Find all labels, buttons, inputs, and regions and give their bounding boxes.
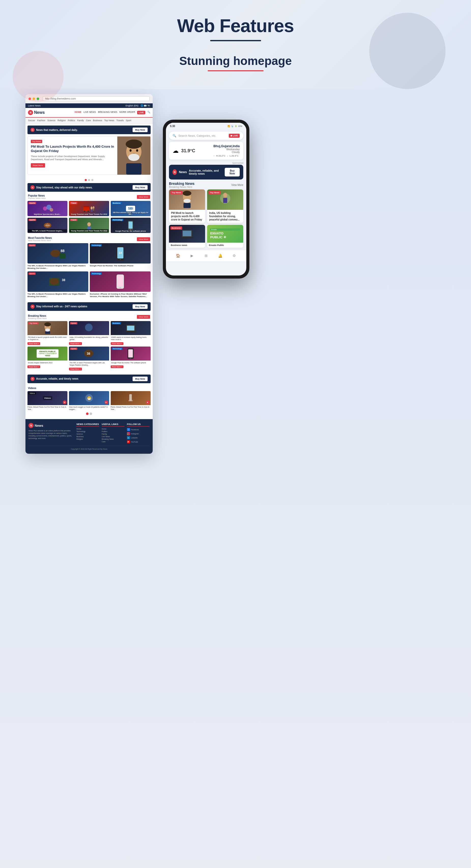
fav-card-3[interactable]: Sports 38 The NFL Is Back! Preseason Beg… [28,272,88,298]
popular-card-6-img: Technology Google Pixel 6a: the software… [111,218,150,233]
video-thumb-2[interactable]: 😷 ▶ How much oxygen a Covid-19 patients … [69,391,109,410]
nav-live-badge[interactable]: LIVE [137,111,145,114]
hero-read-more-btn[interactable]: Read More [31,163,45,167]
footer-link-family[interactable]: Family [102,433,125,435]
cat-travels[interactable]: Travels [116,119,124,122]
phone-nav-home[interactable]: 🏠 [175,253,181,259]
footer-link-care[interactable]: Care [102,441,125,442]
vpag-dot-1[interactable] [86,412,89,415]
footer-cat-business[interactable]: Business [76,436,99,437]
breaking-card-3-read-more[interactable]: Read More » [111,342,124,345]
breaking-card-4-read-more[interactable]: Read More » [28,365,40,368]
nav-link-breaking[interactable]: BREAKING NEWS [98,111,117,114]
breaking-card-3-text: HSEE wants to increase equity trading ho… [111,335,150,342]
fav-card-1[interactable]: Sports 88 The NFL Is Back! Preseason Beg… [28,243,88,270]
breaking-card-2-read-more[interactable]: Read More » [69,342,82,345]
video-thumb-1[interactable]: Videos Videos ▶ Petrol, Diesel Prices Cu… [28,391,67,410]
breaking-card-5[interactable]: Sports 38 The NFL is back! Preseason beg… [69,346,109,370]
play-btn-2[interactable]: ▶ [105,401,108,404]
footer-link-live[interactable]: Live News [102,436,125,437]
browser-url[interactable]: http://blog.themedemo.com [43,96,149,101]
breaking-card-1[interactable]: Top News PM Modi to launch projects wort… [28,321,67,345]
envato-badge: Envato [210,228,240,231]
ad-banner-2: N Stay informed with us - 24/7 news upda… [28,302,150,311]
popular-card-4[interactable]: Sports The NFL is back! Preseason be [28,218,67,233]
pagination-dot-2[interactable] [88,179,90,181]
phone-tech-icon [127,220,134,230]
social-youtube[interactable]: ▶ YouTube [127,440,149,443]
ad-banner-3-buy[interactable]: Buy Now [133,377,147,381]
phone-news-card-1[interactable]: Top News PM Modi to launch projects wort… [169,189,205,223]
footer-cat-media[interactable]: Media [76,428,99,430]
popular-card-2[interactable]: Travel [69,201,109,216]
popular-card-6[interactable]: Technology Google Pixel 6a: the software… [111,218,150,233]
play-btn-3[interactable]: ▶ [146,401,149,404]
footer-cat-religion[interactable]: Religion [76,438,99,440]
cat-sport[interactable]: Sport [126,119,131,122]
nav-link-live[interactable]: LIVE NEWS [83,111,96,114]
cat-soccer[interactable]: Soccer [28,119,35,122]
popular-card-1[interactable]: Sports Nighttime Spectaculars, Beats... [28,201,67,216]
social-facebook[interactable]: f Facebook [127,428,149,431]
pagination-dot-1[interactable] [85,179,87,181]
footer-link-home[interactable]: Home [102,428,125,430]
search-icon[interactable]: 🔍 [147,111,150,114]
phone-bottom-card-2[interactable]: Envato ENVATOPUBLIC ✳ Envato Public [207,225,243,248]
phone-search-bar[interactable]: 🔍 Search News, Categories, etc. LIVE [169,132,243,140]
phone-nav-settings[interactable]: ⚙ [231,253,237,259]
video-thumb-3[interactable]: ▶ Petrol, Diesel Prices Cut For First Ti… [111,391,150,410]
phone-nav-grid[interactable]: ⊞ [203,253,209,259]
cat-religion[interactable]: Religion [58,119,66,122]
footer-link-politics[interactable]: Politics [102,431,125,432]
popular-card-5[interactable]: Travel Young Travelers and Their Trends … [69,218,109,233]
pagination-dot-3[interactable] [91,179,93,181]
most-favorite-sub: Most Favorite News Here [28,239,52,242]
breaking-card-1-read-more[interactable]: Read More » [28,342,40,345]
fav-card-4[interactable]: Technology Exclusive: iPhone 14 Coming i… [90,272,150,298]
phone-bottom-card-1[interactable]: Business Business news [169,225,205,248]
ad-banner-3-text: Accurate, reliable, and timely news [36,377,78,380]
fav-card-2[interactable]: Technology 14 Google Pixel 6a Review: Th… [90,243,150,270]
footer-cat-tech[interactable]: Technology [76,431,99,432]
breaking-card-2[interactable]: Sports India, US building foundation for… [69,321,109,345]
phone-nav-video[interactable]: ▶ [189,253,195,259]
breaking-card-1-img: Top News [28,321,67,335]
social-linkedin[interactable]: in LinkedIn [127,436,149,439]
footer-link-breaking[interactable]: Breaking News [102,438,125,440]
svg-rect-54 [128,349,133,358]
phone-buy-btn[interactable]: Buy Now [225,168,240,177]
ad-banner-1-buy-btn[interactable]: Buy Now [133,128,147,132]
cat-family[interactable]: Family [77,119,84,122]
breaking-card-6[interactable]: Technology Google Pixel 6a review: The s… [111,346,150,370]
breaking-news-view-more[interactable]: View More [137,315,150,319]
play-btn-1[interactable]: ▶ [63,401,66,404]
popular-news-view-more[interactable]: View More [137,195,150,199]
cat-science[interactable]: Science [47,119,56,122]
cat-fashion[interactable]: Fashion [37,119,45,122]
vpag-dot-2[interactable] [90,412,92,415]
footer-cat-science[interactable]: Science [76,433,99,435]
video-thumb-2-img: 😷 ▶ [69,391,109,405]
popular-card-3[interactable]: Business SBI SBI Recruitment 2022: Hurry… [111,201,150,216]
popular-card-2-img: Travel [69,201,109,216]
nav-link-more[interactable]: MORE ORDER [119,111,135,114]
phone-news-card-2[interactable]: Top News India, US building foundation f… [207,189,243,223]
cat-top-news[interactable]: Top News [104,119,114,122]
cat-business[interactable]: Business [93,119,102,122]
ad-banner-mid-buy[interactable]: Buy Now [133,185,147,190]
nfl-breaking-icon: 38 [83,348,95,359]
social-instagram[interactable]: 📷 Instagram [127,432,149,435]
breaking-card-5-read-more[interactable]: Read More » [69,368,82,370]
phone-view-more[interactable]: View More [231,184,243,186]
breaking-card-3[interactable]: Business HSEE wants to increase equity t… [111,321,150,345]
ad-banner-2-buy[interactable]: Buy Now [133,304,147,309]
phone-nav-bell[interactable]: 🔔 [217,253,223,259]
breaking-card-4[interactable]: ENVATO PUBLIC * IMPACT STATEMENT *2022 E… [28,346,67,370]
ad-banner-mid-left: N Stay informed, stay ahead with our dai… [31,185,93,189]
cat-politics[interactable]: Politics [68,119,75,122]
cat-care[interactable]: Care [86,119,91,122]
nav-link-home[interactable]: HOME [74,111,81,114]
most-favorite-view-more[interactable]: View More [137,237,150,241]
breaking-card-6-read-more[interactable]: Read More » [111,365,124,368]
most-favorite-title-group: Most Favorite News Most Favorite News He… [28,237,52,242]
